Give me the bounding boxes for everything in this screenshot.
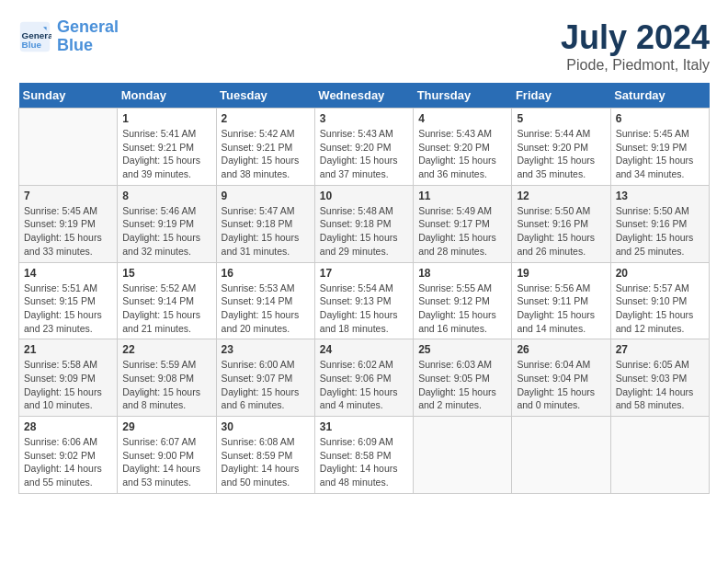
cell-info: Sunrise: 5:52 AM Sunset: 9:14 PM Dayligh… [122,282,210,336]
col-header-monday: Monday [118,83,216,109]
day-number: 30 [222,420,310,433]
day-number: 8 [122,190,210,202]
calendar-cell: 20Sunrise: 5:57 AM Sunset: 9:10 PM Dayli… [610,262,709,339]
cell-info: Sunrise: 5:56 AM Sunset: 9:11 PM Dayligh… [517,282,605,336]
cell-info: Sunrise: 5:43 AM Sunset: 9:20 PM Dayligh… [320,127,408,181]
calendar-cell: 26Sunrise: 6:04 AM Sunset: 9:04 PM Dayli… [512,339,610,417]
logo: General Blue GeneralBlue [18,18,119,55]
week-row-4: 21Sunrise: 5:58 AM Sunset: 9:09 PM Dayli… [19,339,710,417]
calendar-cell: 31Sunrise: 6:09 AM Sunset: 8:58 PM Dayli… [314,417,413,494]
calendar-cell: 15Sunrise: 5:52 AM Sunset: 9:14 PM Dayli… [118,262,216,339]
logo-text: GeneralBlue [57,18,119,55]
day-number: 26 [517,343,605,356]
cell-info: Sunrise: 5:50 AM Sunset: 9:16 PM Dayligh… [517,204,605,259]
cell-info: Sunrise: 6:08 AM Sunset: 8:59 PM Dayligh… [222,435,310,489]
day-number: 25 [418,343,506,356]
col-header-saturday: Saturday [610,83,709,109]
calendar-cell: 19Sunrise: 5:56 AM Sunset: 9:11 PM Dayli… [512,262,610,339]
cell-info: Sunrise: 5:45 AM Sunset: 9:19 PM Dayligh… [616,127,704,181]
col-header-thursday: Thursday [414,83,512,109]
day-number: 5 [517,112,605,125]
cell-info: Sunrise: 6:02 AM Sunset: 9:06 PM Dayligh… [320,358,408,412]
cell-info: Sunrise: 5:42 AM Sunset: 9:21 PM Dayligh… [222,127,310,181]
day-number: 14 [24,267,112,280]
cell-info: Sunrise: 5:41 AM Sunset: 9:21 PM Dayligh… [122,127,210,181]
cell-info: Sunrise: 5:48 AM Sunset: 9:18 PM Dayligh… [320,204,408,259]
cell-info: Sunrise: 5:55 AM Sunset: 9:12 PM Dayligh… [418,282,506,336]
calendar-cell: 4Sunrise: 5:43 AM Sunset: 9:20 PM Daylig… [414,109,512,186]
calendar-cell: 24Sunrise: 6:02 AM Sunset: 9:06 PM Dayli… [314,339,413,417]
cell-info: Sunrise: 6:09 AM Sunset: 8:58 PM Dayligh… [320,435,408,489]
day-number: 13 [616,190,704,202]
day-number: 4 [418,112,506,125]
cell-info: Sunrise: 5:58 AM Sunset: 9:09 PM Dayligh… [24,358,112,412]
cell-info: Sunrise: 5:50 AM Sunset: 9:16 PM Dayligh… [616,204,704,259]
calendar-cell: 30Sunrise: 6:08 AM Sunset: 8:59 PM Dayli… [216,417,314,494]
day-number: 1 [122,112,210,125]
cell-info: Sunrise: 5:59 AM Sunset: 9:08 PM Dayligh… [122,358,210,412]
calendar-cell: 28Sunrise: 6:06 AM Sunset: 9:02 PM Dayli… [19,417,118,494]
calendar-cell: 11Sunrise: 5:49 AM Sunset: 9:17 PM Dayli… [414,185,512,262]
calendar-cell [414,417,512,494]
day-number: 20 [616,267,704,280]
day-number: 17 [320,267,408,280]
calendar-cell: 3Sunrise: 5:43 AM Sunset: 9:20 PM Daylig… [314,109,413,186]
calendar-cell: 12Sunrise: 5:50 AM Sunset: 9:16 PM Dayli… [512,185,610,262]
cell-info: Sunrise: 5:45 AM Sunset: 9:19 PM Dayligh… [24,204,112,259]
calendar-cell: 18Sunrise: 5:55 AM Sunset: 9:12 PM Dayli… [414,262,512,339]
calendar-cell: 23Sunrise: 6:00 AM Sunset: 9:07 PM Dayli… [216,339,314,417]
day-number: 3 [320,112,408,125]
calendar-cell: 16Sunrise: 5:53 AM Sunset: 9:14 PM Dayli… [216,262,314,339]
day-number: 29 [122,420,210,433]
day-number: 27 [616,343,704,356]
svg-text:Blue: Blue [22,39,42,49]
calendar-cell: 1Sunrise: 5:41 AM Sunset: 9:21 PM Daylig… [118,109,216,186]
header-row: SundayMondayTuesdayWednesdayThursdayFrid… [19,83,710,109]
cell-info: Sunrise: 5:49 AM Sunset: 9:17 PM Dayligh… [418,204,506,259]
day-number: 6 [616,112,704,125]
cell-info: Sunrise: 5:44 AM Sunset: 9:20 PM Dayligh… [517,127,605,181]
title-block: July 2024 Piode, Piedmont, Italy [561,18,710,74]
day-number: 2 [222,112,310,125]
cell-info: Sunrise: 6:05 AM Sunset: 9:03 PM Dayligh… [616,358,704,412]
calendar-cell: 29Sunrise: 6:07 AM Sunset: 9:00 PM Dayli… [118,417,216,494]
day-number: 11 [418,190,506,202]
calendar-cell [610,417,709,494]
cell-info: Sunrise: 5:54 AM Sunset: 9:13 PM Dayligh… [320,282,408,336]
cell-info: Sunrise: 5:53 AM Sunset: 9:14 PM Dayligh… [222,282,310,336]
cell-info: Sunrise: 6:03 AM Sunset: 9:05 PM Dayligh… [418,358,506,412]
week-row-5: 28Sunrise: 6:06 AM Sunset: 9:02 PM Dayli… [19,417,710,494]
cell-info: Sunrise: 5:47 AM Sunset: 9:18 PM Dayligh… [222,204,310,259]
day-number: 21 [24,343,112,356]
col-header-wednesday: Wednesday [314,83,413,109]
calendar-cell: 9Sunrise: 5:47 AM Sunset: 9:18 PM Daylig… [216,185,314,262]
cell-info: Sunrise: 6:00 AM Sunset: 9:07 PM Dayligh… [222,358,310,412]
cell-info: Sunrise: 6:06 AM Sunset: 9:02 PM Dayligh… [24,435,112,489]
cell-info: Sunrise: 6:07 AM Sunset: 9:00 PM Dayligh… [122,435,210,489]
calendar-cell: 6Sunrise: 5:45 AM Sunset: 9:19 PM Daylig… [610,109,709,186]
cell-info: Sunrise: 5:43 AM Sunset: 9:20 PM Dayligh… [418,127,506,181]
week-row-2: 7Sunrise: 5:45 AM Sunset: 9:19 PM Daylig… [19,185,710,262]
calendar-cell: 8Sunrise: 5:46 AM Sunset: 9:19 PM Daylig… [118,185,216,262]
calendar-table: SundayMondayTuesdayWednesdayThursdayFrid… [18,83,710,494]
day-number: 7 [24,190,112,202]
calendar-cell: 21Sunrise: 5:58 AM Sunset: 9:09 PM Dayli… [19,339,118,417]
day-number: 10 [320,190,408,202]
calendar-cell: 10Sunrise: 5:48 AM Sunset: 9:18 PM Dayli… [314,185,413,262]
day-number: 28 [24,420,112,433]
location: Piode, Piedmont, Italy [561,57,710,74]
col-header-tuesday: Tuesday [216,83,314,109]
col-header-friday: Friday [512,83,610,109]
calendar-cell: 22Sunrise: 5:59 AM Sunset: 9:08 PM Dayli… [118,339,216,417]
day-number: 23 [222,343,310,356]
calendar-cell: 2Sunrise: 5:42 AM Sunset: 9:21 PM Daylig… [216,109,314,186]
calendar-cell: 5Sunrise: 5:44 AM Sunset: 9:20 PM Daylig… [512,109,610,186]
calendar-cell: 25Sunrise: 6:03 AM Sunset: 9:05 PM Dayli… [414,339,512,417]
page-header: General Blue GeneralBlue July 2024 Piode… [18,18,710,74]
calendar-cell: 14Sunrise: 5:51 AM Sunset: 9:15 PM Dayli… [19,262,118,339]
day-number: 9 [222,190,310,202]
logo-icon: General Blue [18,20,51,53]
day-number: 22 [122,343,210,356]
cell-info: Sunrise: 5:51 AM Sunset: 9:15 PM Dayligh… [24,282,112,336]
day-number: 12 [517,190,605,202]
